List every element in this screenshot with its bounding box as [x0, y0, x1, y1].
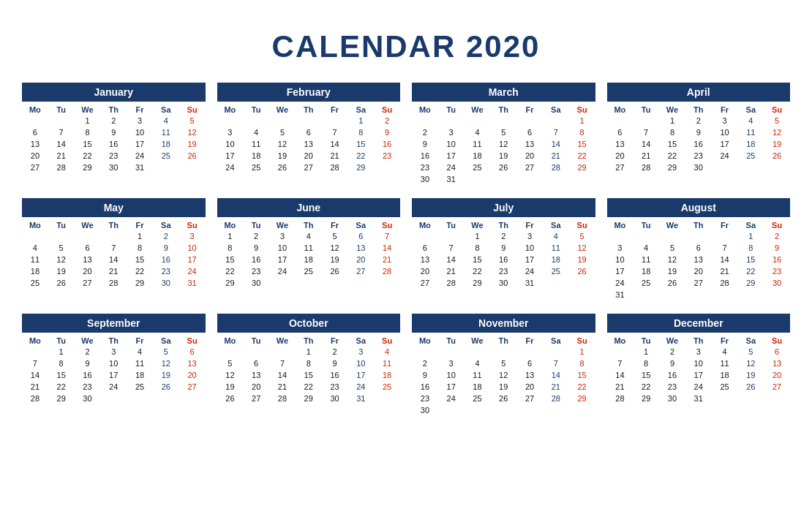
day-4: 4 — [296, 230, 322, 242]
day-11: 11 — [296, 242, 322, 254]
day-22: 22 — [569, 381, 595, 393]
day-6: 6 — [685, 242, 712, 254]
day-4: 4 — [127, 346, 153, 358]
day-28: 28 — [374, 265, 400, 277]
day-11: 11 — [737, 126, 764, 138]
day-11: 11 — [127, 358, 153, 369]
month-april: AprilMoTuWeThFrSaSu123456789101112131415… — [607, 83, 791, 185]
day-17: 17 — [179, 254, 206, 265]
day-17: 17 — [607, 265, 634, 277]
day-24: 24 — [347, 381, 374, 393]
day-20: 20 — [685, 265, 712, 277]
day-9: 9 — [764, 242, 790, 254]
day-14: 14 — [438, 254, 465, 265]
day-7: 7 — [633, 126, 659, 138]
day-21: 21 — [269, 381, 296, 393]
day-14: 14 — [633, 138, 659, 150]
day-12: 12 — [269, 138, 296, 150]
day-16: 16 — [764, 254, 790, 265]
day-19: 19 — [659, 265, 685, 277]
day-31: 31 — [179, 277, 206, 289]
day-8: 8 — [127, 242, 153, 254]
day-4: 4 — [633, 242, 659, 254]
month-header: January — [22, 83, 206, 102]
day-20: 20 — [607, 150, 634, 162]
day-26: 26 — [179, 150, 206, 162]
day-15: 15 — [347, 138, 374, 150]
day-23: 23 — [75, 381, 101, 393]
month-header: April — [607, 83, 791, 102]
day-15: 15 — [127, 254, 153, 265]
day-23: 23 — [685, 150, 712, 162]
day-24: 24 — [269, 265, 296, 277]
day-20: 20 — [296, 150, 322, 162]
day-10: 10 — [127, 126, 153, 138]
day-23: 23 — [153, 265, 179, 277]
day-10: 10 — [217, 138, 244, 150]
day-10: 10 — [269, 242, 296, 254]
day-26: 26 — [48, 277, 75, 289]
day-23: 23 — [412, 162, 438, 173]
day-6: 6 — [75, 242, 101, 254]
day-16: 16 — [685, 138, 712, 150]
day-15: 15 — [465, 254, 491, 265]
day-19: 19 — [764, 138, 790, 150]
day-29: 29 — [737, 277, 764, 289]
day-4: 4 — [153, 115, 179, 126]
day-7: 7 — [712, 242, 738, 254]
day-29: 29 — [659, 162, 685, 173]
day-3: 3 — [607, 242, 634, 254]
day-19: 19 — [153, 369, 179, 381]
day-13: 13 — [412, 254, 438, 265]
day-6: 6 — [764, 346, 790, 358]
day-8: 8 — [48, 358, 75, 369]
day-16: 16 — [75, 369, 101, 381]
day-27: 27 — [685, 277, 712, 289]
day-3: 3 — [685, 346, 712, 358]
day-30: 30 — [764, 277, 790, 289]
day-14: 14 — [543, 138, 569, 150]
day-25: 25 — [153, 150, 179, 162]
day-21: 21 — [22, 381, 48, 393]
day-26: 26 — [490, 393, 516, 404]
day-24: 24 — [685, 381, 712, 393]
month-march: MarchMoTuWeThFrSaSu123456789101112131415… — [412, 83, 595, 185]
day-29: 29 — [569, 393, 595, 404]
month-june: JuneMoTuWeThFrSaSu1234567891011121314151… — [217, 198, 401, 300]
day-21: 21 — [607, 381, 634, 393]
day-3: 3 — [217, 126, 244, 138]
day-20: 20 — [516, 150, 543, 162]
day-3: 3 — [179, 230, 206, 242]
day-2: 2 — [685, 115, 712, 126]
day-28: 28 — [100, 277, 127, 289]
day-13: 13 — [516, 369, 543, 381]
day-8: 8 — [737, 242, 764, 254]
day-22: 22 — [347, 150, 374, 162]
day-14: 14 — [48, 138, 75, 150]
day-27: 27 — [22, 162, 48, 173]
day-27: 27 — [764, 381, 790, 393]
day-11: 11 — [243, 138, 269, 150]
day-21: 21 — [543, 150, 569, 162]
day-12: 12 — [737, 358, 764, 369]
day-19: 19 — [217, 381, 244, 393]
day-28: 28 — [543, 162, 569, 173]
day-3: 3 — [127, 115, 153, 126]
day-30: 30 — [75, 393, 101, 404]
day-11: 11 — [543, 242, 569, 254]
day-3: 3 — [269, 230, 296, 242]
day-14: 14 — [22, 369, 48, 381]
day-31: 31 — [685, 393, 712, 404]
day-15: 15 — [569, 138, 595, 150]
month-header: October — [217, 314, 401, 333]
day-13: 13 — [516, 138, 543, 150]
day-26: 26 — [217, 393, 244, 404]
day-16: 16 — [100, 138, 127, 150]
day-11: 11 — [153, 126, 179, 138]
day-19: 19 — [490, 150, 516, 162]
page-title: CALENDAR 2020 — [272, 29, 541, 64]
day-10: 10 — [179, 242, 206, 254]
day-21: 21 — [543, 381, 569, 393]
day-21: 21 — [374, 254, 400, 265]
day-8: 8 — [217, 242, 244, 254]
